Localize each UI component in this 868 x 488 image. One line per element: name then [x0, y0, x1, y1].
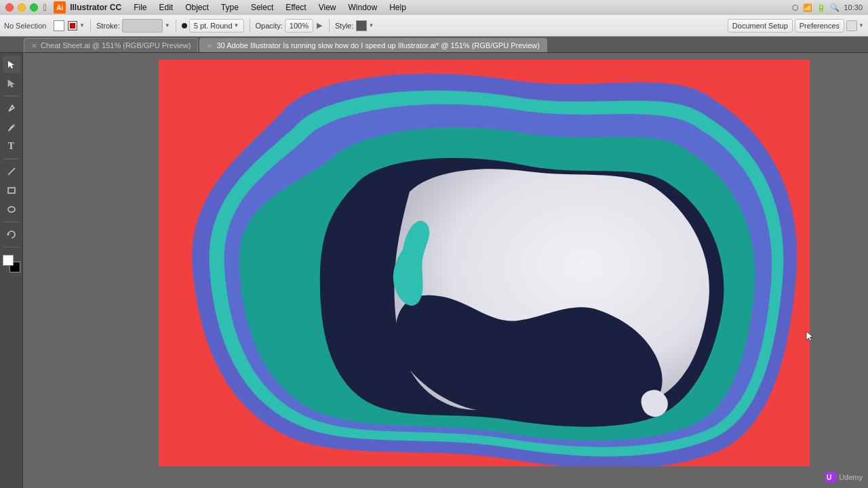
close-button[interactable] [5, 3, 14, 12]
fill-dropdown-icon[interactable]: ▼ [79, 22, 85, 28]
svg-text:U: U [827, 474, 831, 481]
svg-rect-4 [8, 188, 15, 193]
svg-marker-1 [8, 80, 14, 87]
svg-point-2 [11, 105, 13, 107]
brush-tool[interactable] [3, 119, 20, 136]
separator-3 [250, 19, 250, 33]
separator-4 [329, 19, 330, 33]
app-name: Illustrator CC [70, 3, 121, 12]
selection-label: No Selection [4, 22, 52, 30]
style-dropdown-icon[interactable]: ▼ [369, 22, 374, 28]
udemy-watermark: U Udemy [825, 472, 863, 483]
line-tool[interactable] [3, 163, 20, 180]
brush-size-label: 5 pt. Round [194, 22, 233, 30]
separator-2 [176, 19, 176, 33]
menubar: Illustrator CC File Edit Object Type Sel… [70, 2, 792, 13]
menu-window[interactable]: Window [343, 2, 383, 13]
brush-dropdown-icon: ▼ [234, 22, 239, 28]
tabs-bar: ✕ Cheat Sheet.ai @ 151% (RGB/GPU Preview… [0, 37, 868, 53]
ai-logo-icon: Ai [54, 1, 66, 14]
battery-icon: 🔋 [816, 3, 826, 12]
tab-close-icon-1[interactable]: ✕ [31, 42, 37, 49]
ellipse-tool[interactable] [3, 201, 20, 218]
stroke-preview [122, 19, 163, 33]
transform-icon[interactable] [846, 20, 857, 31]
foreground-color-box[interactable] [3, 255, 14, 266]
clock-icon: 10:30 [844, 3, 863, 12]
menu-edit[interactable]: Edit [153, 2, 178, 13]
tool-separator-2 [3, 159, 20, 159]
canvas-area[interactable]: U Udemy [23, 53, 868, 488]
canvas[interactable] [159, 60, 810, 466]
opacity-input[interactable]: 100% [285, 19, 313, 33]
menu-type[interactable]: Type [216, 2, 244, 13]
document-setup-button[interactable]: Document Setup [728, 19, 793, 33]
tools-panel: T [0, 53, 23, 488]
selection-tool[interactable] [3, 56, 20, 73]
brush-section: 5 pt. Round ▼ [182, 19, 244, 33]
traffic-lights [5, 3, 38, 12]
preferences-button[interactable]: Preferences [795, 19, 844, 33]
fill-swatch[interactable] [54, 20, 64, 31]
tool-separator-3 [3, 222, 20, 222]
wifi-icon: 📶 [803, 3, 812, 12]
minimize-button[interactable] [18, 3, 26, 12]
tool-separator-1 [3, 96, 20, 96]
direct-selection-tool[interactable] [3, 75, 20, 92]
brush-size-btn[interactable]: 5 pt. Round ▼ [189, 19, 244, 33]
apple-logo-icon:  [43, 2, 47, 13]
type-tool-icon: T [8, 141, 14, 152]
menu-view[interactable]: View [313, 2, 342, 13]
stroke-section: Stroke: ▼ [96, 19, 170, 33]
search-icon[interactable]: 🔍 [830, 3, 840, 12]
color-boxes[interactable] [3, 255, 20, 272]
tab-close-icon-2[interactable]: ✕ [207, 42, 212, 49]
selection-section: No Selection ▼ [4, 20, 85, 31]
svg-marker-0 [8, 61, 14, 68]
stroke-dropdown-icon[interactable]: ▼ [165, 22, 170, 28]
pen-tool[interactable] [3, 100, 20, 117]
maximize-button[interactable] [30, 3, 38, 12]
menu-file[interactable]: File [128, 2, 152, 13]
style-label: Style: [335, 22, 354, 30]
transform-dropdown-icon[interactable]: ▼ [859, 22, 864, 28]
svg-line-3 [8, 168, 15, 175]
artwork-svg [159, 60, 810, 466]
svg-marker-6 [7, 233, 9, 235]
dropbox-icon: ⬡ [792, 3, 799, 12]
opacity-value: 100% [290, 22, 309, 30]
toolbar: No Selection ▼ Stroke: ▼ 5 pt. Round ▼ O… [0, 15, 868, 37]
menu-object[interactable]: Object [180, 2, 214, 13]
tab-label-2: 30 Adobe Illustrator Is running slow how… [216, 41, 539, 49]
tab-label-1: Cheat Sheet.ai @ 151% (RGB/GPU Preview) [41, 41, 191, 49]
opacity-arrow-icon[interactable]: ▶ [317, 21, 322, 30]
main-area: T [0, 53, 868, 488]
stroke-indicator[interactable] [68, 21, 77, 30]
tab-cheatsheet[interactable]: ✕ Cheat Sheet.ai @ 151% (RGB/GPU Preview… [24, 38, 198, 52]
titlebar:  Ai Illustrator CC File Edit Object Typ… [0, 0, 868, 15]
doc-actions: Document Setup Preferences ▼ [728, 19, 864, 33]
style-swatch[interactable] [356, 20, 367, 31]
separator-1 [90, 19, 91, 33]
opacity-label: Opacity: [256, 22, 283, 30]
opacity-section: Opacity: 100% ▶ [256, 19, 324, 33]
brush-dot-icon [182, 23, 187, 28]
style-section: Style: ▼ [335, 20, 374, 31]
menu-help[interactable]: Help [384, 2, 412, 13]
menu-select[interactable]: Select [245, 2, 279, 13]
tab-illustrator-slow[interactable]: ✕ 30 Adobe Illustrator Is running slow h… [199, 38, 547, 52]
udemy-label: Udemy [839, 473, 863, 481]
stroke-label: Stroke: [96, 22, 120, 30]
menu-effect[interactable]: Effect [280, 2, 311, 13]
tool-separator-4 [3, 247, 20, 247]
rotate-tool[interactable] [3, 226, 20, 243]
svg-point-5 [8, 207, 15, 212]
rectangle-tool[interactable] [3, 182, 20, 199]
transform-controls: ▼ [846, 20, 864, 31]
system-icons: ⬡ 📶 🔋 🔍 10:30 [792, 3, 863, 12]
type-tool[interactable]: T [3, 138, 20, 155]
